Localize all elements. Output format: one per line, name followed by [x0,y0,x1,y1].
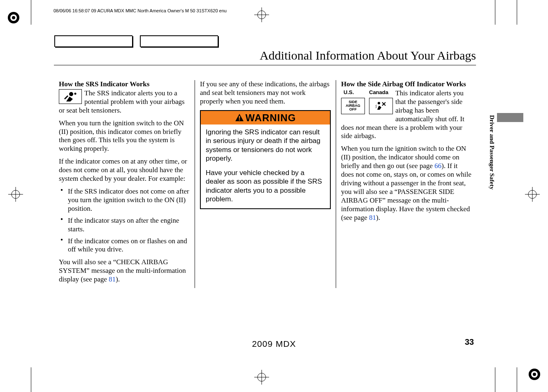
page-reference-link[interactable]: 66 [434,162,441,170]
crop-mark [517,0,517,25]
title-rule [54,65,476,65]
page-reference-link[interactable]: 81 [109,275,116,283]
body-text: You will also see a “CHECK AIRBAG SYSTEM… [59,258,190,284]
crosshair-icon [525,187,540,202]
list-item: If the indicator comes on or flashes on … [59,237,190,254]
side-airbag-off-canada-icon [369,98,393,114]
registration-mark-icon [527,367,542,382]
side-airbag-heading: How the Side Airbag Off Indicator Works [341,80,472,89]
us-label: U.S. [341,89,365,96]
header-tab-boxes [54,35,218,47]
srs-indicator-icon [59,89,82,104]
crop-mark [31,0,31,25]
warning-label: WARNING [246,112,296,124]
crop-mark [495,367,495,392]
page-number: 33 [465,337,474,347]
body-text: If the indicator comes on at any other t… [59,157,190,183]
crosshair-icon [8,187,23,202]
column-3: How the Side Airbag Off Indicator Works … [336,80,477,288]
page-title: Additional Information About Your Airbag… [260,48,476,62]
content-columns: How the SRS Indicator Works The SRS indi… [54,80,477,288]
body-text: When you turn the ignition switch to the… [59,119,190,154]
icon-text: OFF [349,108,357,111]
tab-box [54,35,132,47]
column-1: How the SRS Indicator Works The SRS indi… [54,80,195,288]
body-text: When you turn the ignition switch to the… [341,145,472,222]
list-item: If the SRS indicator does not come on af… [59,187,190,213]
svg-point-5 [533,373,536,376]
text-run: ). [376,214,380,221]
crosshair-icon [254,370,269,385]
side-airbag-off-us-icon: SIDE AIRBAG OFF [341,98,365,114]
crop-mark [517,367,517,392]
text-run: ). [116,275,120,283]
svg-point-22 [378,102,380,104]
indicator-icons: U.S. Canada SIDE AIRBAG OFF [341,89,393,115]
crosshair-icon [254,7,269,22]
body-text: If you see any of these indications, the… [200,80,331,106]
warning-body: Ignoring the SRS indicator can result in… [201,125,330,208]
svg-rect-21 [239,120,240,121]
svg-point-18 [69,92,73,96]
page-reference-link[interactable]: 81 [369,214,376,221]
svg-point-2 [12,16,15,19]
crop-mark [31,367,31,392]
bullet-list: If the SRS indicator does not come on af… [59,187,190,254]
thumb-index-tab [497,113,523,122]
warning-box: WARNING Ignoring the SRS indicator can r… [200,110,331,210]
warning-text: Have your vehicle checked by a dealer as… [206,168,325,203]
print-meta-header: 08/06/06 16:58:07 09 ACURA MDX MMC North… [53,8,227,13]
chapter-side-tab: Driver and Passenger Safety [486,115,495,218]
svg-point-19 [74,92,77,95]
list-item: If the indicator stays on after the engi… [59,217,190,234]
warning-triangle-icon [235,113,244,122]
emphasis-text: not [355,124,365,131]
footer-model-year: 2009 MDX [252,339,296,349]
crop-mark [495,0,495,25]
warning-text: Ignoring the SRS indicator can result in… [206,128,325,163]
tab-box [140,35,218,47]
canada-label: Canada [369,89,388,96]
body-text: The SRS indicator alerts you to a potent… [59,89,190,115]
warning-header: WARNING [201,111,330,125]
column-2: If you see any of these indications, the… [195,80,336,288]
registration-mark-icon [6,10,21,25]
text-run: You will also see a [59,258,113,266]
srs-heading: How the SRS Indicator Works [59,80,190,89]
svg-rect-20 [239,116,240,119]
